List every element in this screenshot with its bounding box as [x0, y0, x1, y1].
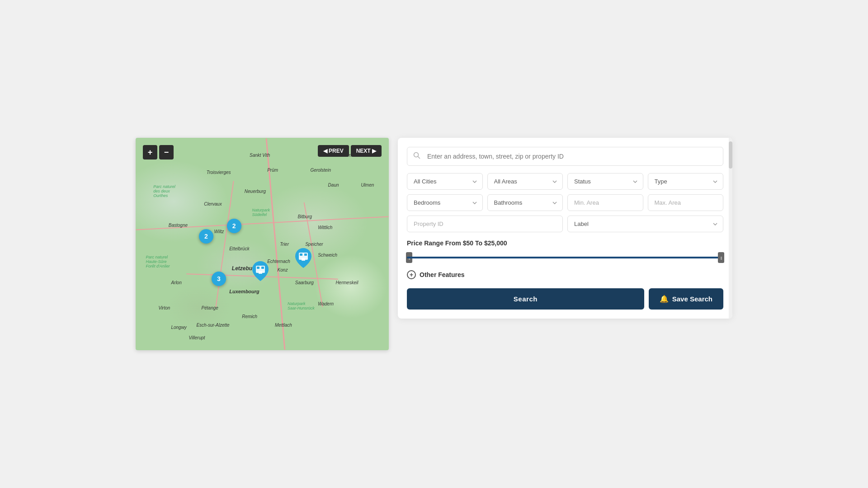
search-input-wrapper	[407, 147, 723, 166]
address-search-input[interactable]	[407, 147, 723, 166]
map-label: Virton	[158, 305, 170, 310]
map-label: NaturparkSüdeifel	[252, 208, 270, 217]
range-track	[407, 257, 723, 258]
map-label: Parc natureldes deuxOurthes	[153, 184, 175, 198]
map-label: Ettelbrück	[229, 246, 249, 251]
prev-button[interactable]: ◀ PREV	[318, 145, 349, 157]
bell-icon: 🔔	[660, 295, 669, 303]
svg-rect-1	[259, 271, 262, 274]
map-label: Troisvierges	[207, 170, 231, 175]
map-nav: ◀ PREV NEXT ▶	[318, 145, 382, 157]
map-label: Wiltz	[214, 229, 224, 234]
min-area-input[interactable]	[567, 194, 643, 211]
search-icon	[413, 152, 420, 161]
map-label: Remich	[242, 314, 257, 319]
bathrooms-select[interactable]: Bathrooms	[487, 194, 563, 211]
svg-rect-7	[304, 253, 307, 256]
map-label: Schweich	[318, 253, 337, 258]
map-label: Echternach	[267, 259, 290, 264]
price-range-section: Price Range From $50 To $25,000	[407, 239, 723, 263]
map-label: NaturparkSaar-Hunsrück	[288, 301, 315, 310]
max-area-input[interactable]	[648, 194, 724, 211]
marker-count: 2	[227, 219, 241, 233]
map-label: Arlon	[171, 280, 181, 285]
map-label: Sankt Vith	[250, 153, 270, 158]
save-search-label: Save Search	[672, 295, 712, 303]
map-label: Neuerburg	[245, 189, 266, 194]
label-select[interactable]: Label	[567, 216, 723, 232]
main-container: Parc natureldes deuxOurthes Bastogne Par…	[118, 120, 750, 368]
map-pin[interactable]	[252, 261, 269, 281]
map-label: Bitburg	[297, 214, 312, 219]
map-label: Wittlich	[318, 225, 332, 230]
map-label: Daun	[328, 183, 339, 188]
other-features-toggle[interactable]: + Other Features	[407, 270, 723, 279]
map-marker[interactable]: 2	[199, 229, 213, 244]
map-label: Longwy	[171, 325, 186, 330]
zoom-in-button[interactable]: +	[143, 145, 157, 160]
map-pin[interactable]	[295, 248, 311, 268]
range-handle-right[interactable]	[718, 252, 724, 263]
map-label: Hermeskeil	[335, 280, 358, 285]
svg-rect-3	[261, 267, 264, 269]
filter-row-1: All Cities All Areas Status Type	[407, 173, 723, 190]
search-panel: All Cities All Areas Status Type Bedroom…	[398, 138, 732, 319]
svg-rect-6	[300, 253, 302, 256]
map-label: Saarburg	[295, 280, 314, 285]
marker-count: 2	[199, 229, 213, 244]
map-label: Mettlach	[275, 323, 292, 328]
status-select[interactable]: Status	[567, 173, 643, 190]
range-slider[interactable]	[407, 252, 723, 263]
map-label: Clervaux	[204, 202, 222, 206]
map-label: Konz	[278, 267, 288, 272]
map-label: Prüm	[267, 168, 278, 173]
map-label: Pétange	[202, 305, 218, 310]
map-marker[interactable]: 3	[212, 272, 226, 286]
map-label: Gerolstein	[310, 168, 331, 173]
plus-icon: +	[407, 270, 416, 279]
map-controls: + −	[143, 145, 174, 160]
svg-rect-2	[257, 267, 259, 269]
map-marker[interactable]: 2	[227, 219, 241, 233]
map-section: Parc natureldes deuxOurthes Bastogne Par…	[136, 138, 389, 350]
bedrooms-select[interactable]: Bedrooms	[407, 194, 483, 211]
type-select[interactable]: Type	[648, 173, 724, 190]
action-buttons: Search 🔔 Save Search	[407, 288, 723, 310]
scrollbar-thumb[interactable]	[729, 141, 732, 169]
next-button[interactable]: NEXT ▶	[351, 145, 382, 157]
areas-select[interactable]: All Areas	[487, 173, 563, 190]
map-label: Villerupt	[189, 335, 205, 340]
scrollbar[interactable]	[729, 138, 732, 319]
map-label: Trier	[280, 242, 289, 247]
property-id-input[interactable]	[407, 216, 563, 232]
map-label: Bastogne	[169, 223, 188, 228]
map-background: Parc natureldes deuxOurthes Bastogne Par…	[136, 138, 389, 350]
price-range-label: Price Range From $50 To $25,000	[407, 239, 723, 247]
map-label: Speicher	[305, 242, 323, 247]
map-label: Parc naturelHaute-SûreForêt d'Anlier	[146, 255, 170, 268]
cities-select[interactable]: All Cities	[407, 173, 483, 190]
svg-line-9	[418, 157, 420, 159]
filter-row-3: Label	[407, 216, 723, 232]
other-features-label: Other Features	[420, 271, 465, 278]
save-search-button[interactable]: 🔔 Save Search	[649, 288, 723, 310]
search-button[interactable]: Search	[407, 288, 644, 310]
map-label: Luxembourg	[229, 289, 259, 294]
marker-count: 3	[212, 272, 226, 286]
svg-rect-5	[302, 258, 305, 261]
zoom-out-button[interactable]: −	[159, 145, 174, 160]
map-label: Wadern	[318, 301, 334, 306]
map-label: Ulmen	[361, 183, 374, 188]
map-label: Esch-sur-Alzette	[196, 323, 229, 328]
filter-row-2: Bedrooms Bathrooms	[407, 194, 723, 211]
